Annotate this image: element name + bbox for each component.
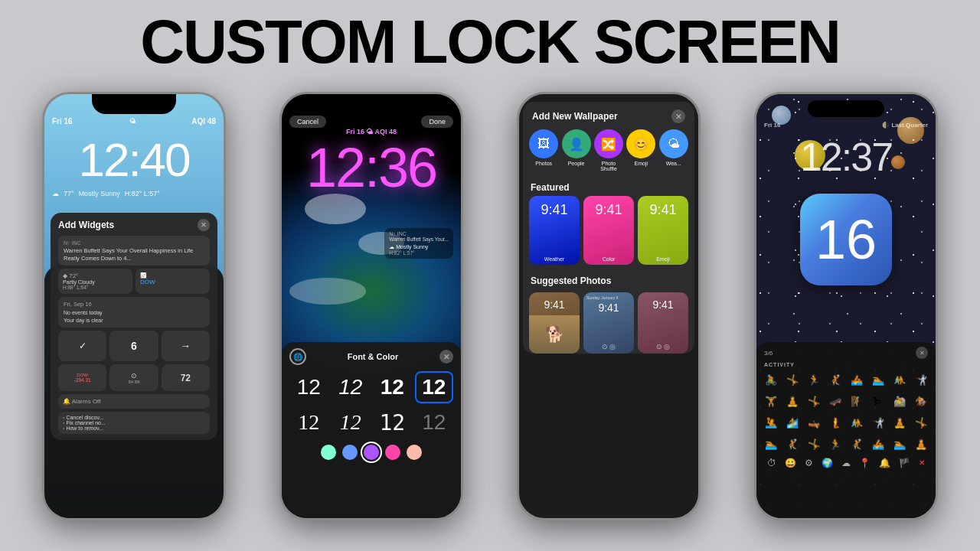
widget-icon-arrow: → [162, 331, 210, 361]
phone1-weather: ☁ 77° Mostly Sunny H:82° L:57° [52, 190, 216, 197]
emoji-handball[interactable]: 🤾 [825, 370, 846, 390]
phone1-status: Fri 16 🌤 AQI 48 [52, 117, 216, 126]
panel-close[interactable]: ✕ [916, 347, 928, 359]
activity-title: ACTIVITY [760, 362, 933, 370]
emoji-run2[interactable]: 🏃 [825, 434, 846, 455]
footer-icon-delete[interactable]: ✕ [919, 458, 925, 467]
emoji-row2[interactable]: 🚣 [867, 434, 888, 455]
font-num-6[interactable]: 12 [332, 406, 371, 439]
emoji-hb2[interactable]: 🤾 [847, 434, 867, 455]
footer-icon-8[interactable]: 🏴 [899, 458, 910, 468]
footer-icon-5[interactable]: ☁ [841, 458, 851, 468]
emoji-grid: 🚴 🤸 🏃 🤾 🚣 🏊 🤼 🤺 🏋 🧘 🤸 🛹 🧗 ⛷ 🚵 🏇 🤽 🏄 🛶 [760, 370, 933, 455]
widget-row2: ◆ 72° Partly Cloudy H:88° L:64° 📈 DOW [58, 269, 210, 294]
suggested-2[interactable]: Sunday, January 9 9:41 ⊙ ◎ [583, 292, 634, 354]
emoji-surf[interactable]: 🏄 [782, 412, 803, 433]
panel-header: 3/6 ✕ [760, 347, 933, 362]
wp-icon-emoji[interactable]: 😊 Emoji [626, 129, 655, 171]
phones-container: Fri 16 🌤 AQI 48 12:40 ☁ 77° Mostly Sunny… [0, 84, 980, 551]
phone2-weather: N↑ INC Warren Buffett Says Your... ☁ Mos… [384, 228, 453, 259]
emoji-wrestling[interactable]: 🤼 [889, 370, 910, 390]
emoji-lifting[interactable]: 🏋 [761, 391, 782, 412]
color-dot-teal[interactable] [321, 445, 336, 460]
modal-close[interactable]: ✕ [671, 109, 685, 123]
footer-icon-1[interactable]: ⏱ [767, 458, 776, 468]
footer-icon-2[interactable]: 😀 [785, 458, 796, 468]
phone4-time: 12:37 [756, 134, 936, 180]
globe-icon[interactable]: 🌐 [289, 348, 306, 365]
emoji-climb[interactable]: 🧗 [847, 391, 867, 412]
add-widgets-title: Add Widgets [58, 220, 114, 230]
emoji-yoga[interactable]: 🧘 [782, 391, 803, 412]
emoji-rowing[interactable]: 🚣 [847, 370, 867, 390]
emoji-cycling[interactable]: 🚴 [761, 370, 782, 390]
color-dot-blue[interactable] [342, 445, 358, 460]
cancel-pill[interactable]: Cancel [289, 116, 326, 128]
phone4-status: Fri 16 🌗 Last Quarter [764, 122, 928, 129]
page-title: CUSTOM LOCK SCREEN [140, 7, 840, 77]
done-pill[interactable]: Done [421, 116, 453, 128]
font-num-4[interactable]: 12 [415, 371, 454, 403]
emoji-mermaid[interactable]: 🧜 [825, 412, 846, 433]
color-dot-peach[interactable] [407, 445, 422, 460]
font-num-2[interactable]: 12 [332, 371, 371, 403]
featured-title: Featured [523, 178, 694, 196]
phone1-date: Fri 16 [52, 117, 73, 126]
featured-weather[interactable]: 9:41 Weather [529, 196, 580, 265]
modal-title: Add New Wallpaper [532, 111, 618, 122]
widget-clock: ⊙ 64 88 [109, 364, 158, 391]
emoji-skateboard[interactable]: 🛹 [825, 391, 846, 412]
emoji-gym[interactable]: 🤸 [910, 412, 931, 433]
emoji-cart2[interactable]: 🤸 [804, 434, 825, 455]
wp-icon-photos[interactable]: 🖼 Photos [529, 129, 558, 171]
emoji-sw2[interactable]: 🏊 [889, 434, 910, 455]
emoji-cartwheel[interactable]: 🤸 [782, 370, 803, 390]
emoji-swim2[interactable]: 🏊 [761, 434, 782, 455]
featured-emoji[interactable]: 9:41 Emoji [638, 196, 688, 265]
featured-row: 9:41 Weather 9:41 Color 9:41 Emoji [523, 196, 694, 271]
emoji-mtb[interactable]: 🚵 [889, 391, 910, 412]
footer-icon-3[interactable]: ⚙ [805, 458, 813, 468]
emoji-wrestling2[interactable]: 🤼 [847, 412, 867, 433]
emoji-ski[interactable]: ⛷ [867, 391, 888, 412]
emoji-canoe[interactable]: 🛶 [804, 412, 825, 433]
font-num-8[interactable]: 12 [415, 406, 454, 439]
emoji-running[interactable]: 🏃 [804, 370, 825, 390]
suggested-3[interactable]: 9:41 ⊙ ◎ [638, 292, 688, 354]
emoji-ym2[interactable]: 🧘 [910, 434, 931, 455]
featured-color[interactable]: 9:41 Color [583, 196, 634, 265]
font-num-7[interactable]: 12 [373, 406, 412, 439]
font-color-title: Font & Color [348, 352, 399, 361]
widget-icon-6: 6 [109, 331, 158, 361]
emoji-cartwheel2[interactable]: 🤸 [804, 391, 825, 412]
emoji-meditate[interactable]: 🧘 [889, 412, 910, 433]
add-widgets-header: Add Widgets ✕ [58, 219, 210, 231]
wp-icon-weather[interactable]: 🌤 Wea... [659, 129, 688, 171]
font-num-5[interactable]: 12 [289, 406, 328, 439]
wp-icon-shuffle[interactable]: 🔀 PhotoShuffle [594, 129, 623, 171]
phone2: Cancel Done Fri 16 🌤 AQI 48 12:36 N↑ INC… [279, 92, 463, 520]
color-dot-purple[interactable] [364, 445, 379, 460]
phone1-notch [92, 94, 176, 114]
add-widgets-close[interactable]: ✕ [198, 219, 210, 231]
emoji-hand2[interactable]: 🤾 [782, 434, 803, 455]
phone1-aqi: AQI 48 [191, 117, 216, 126]
footer-icon-4[interactable]: 🌍 [822, 458, 833, 468]
color-dot-pink[interactable] [385, 445, 400, 460]
wp-icon-people[interactable]: 👤 People [562, 129, 591, 171]
emoji-polo[interactable]: 🤽 [761, 412, 782, 433]
panel-badge: 3/6 [764, 350, 773, 357]
font-close[interactable]: ✕ [439, 350, 453, 364]
emoji-fencing2[interactable]: 🤺 [867, 412, 888, 433]
footer-icon-6[interactable]: 📍 [859, 458, 871, 468]
font-num-1[interactable]: 12 [289, 371, 328, 403]
widget-stock: 📈 DOW [136, 269, 210, 294]
emoji-horse[interactable]: 🏇 [910, 391, 931, 412]
suggested-1[interactable]: 9:41 🐕 [529, 292, 580, 354]
widget-weather2: ◆ 72° Partly Cloudy H:88° L:64° [58, 269, 132, 294]
emoji-fencing[interactable]: 🤺 [910, 370, 931, 390]
emoji-swimming[interactable]: 🏊 [867, 370, 888, 390]
font-num-3[interactable]: 12 [373, 371, 412, 403]
ios-version: 16 [815, 208, 877, 271]
footer-icon-7[interactable]: 🔔 [879, 458, 890, 468]
